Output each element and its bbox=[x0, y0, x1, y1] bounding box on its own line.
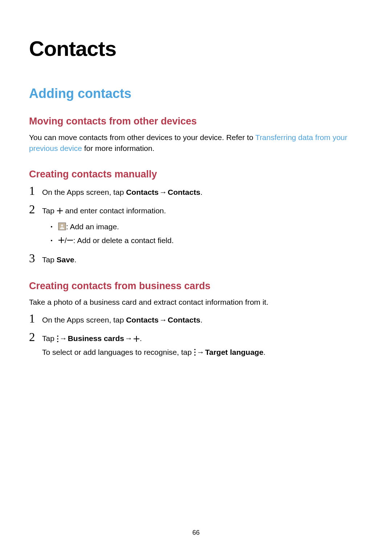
step-3: 3 Tap Save. bbox=[29, 254, 363, 266]
subsection-business-cards: Creating contacts from business cards bbox=[29, 280, 363, 292]
page: Contacts Adding contacts Moving contacts… bbox=[0, 0, 392, 554]
step-number: 1 bbox=[29, 313, 42, 325]
bullet-item: / : Add or delete a contact field. bbox=[51, 234, 363, 247]
more-options-icon bbox=[194, 349, 196, 356]
bold-text: Contacts bbox=[126, 316, 159, 324]
section-heading: Adding contacts bbox=[29, 86, 363, 101]
step-line: Tap → Business cards → . bbox=[42, 333, 363, 344]
bold-text: Contacts bbox=[168, 188, 200, 196]
arrow: → bbox=[197, 346, 204, 358]
text: . bbox=[140, 334, 142, 342]
business-card-paragraph: Take a photo of a business card and extr… bbox=[29, 297, 363, 308]
text: Tap bbox=[42, 255, 57, 264]
step-body: On the Apps screen, tap Contacts → Conta… bbox=[42, 186, 363, 198]
arrow: → bbox=[125, 333, 132, 344]
text: You can move contacts from other devices… bbox=[29, 133, 255, 141]
step-number: 2 bbox=[29, 204, 42, 216]
bold-text: Business cards bbox=[68, 334, 124, 342]
text: On the Apps screen, tap bbox=[42, 188, 126, 196]
portrait-icon bbox=[58, 222, 66, 230]
subsection-manual: Creating contacts manually bbox=[29, 169, 363, 180]
bold-text: Contacts bbox=[126, 188, 159, 196]
bullet-dot-icon bbox=[51, 240, 52, 241]
text: : Add an image. bbox=[66, 220, 119, 234]
step-line: To select or add languages to recognise,… bbox=[42, 346, 363, 358]
arrow: → bbox=[159, 314, 167, 326]
step-2-b: 2 Tap → Business cards → . To select or … bbox=[29, 333, 363, 358]
plus-icon bbox=[57, 208, 63, 214]
text: and enter contact information. bbox=[63, 206, 166, 215]
minus-icon bbox=[67, 237, 73, 243]
step-2: 2 Tap and enter contact information. : A… bbox=[29, 205, 363, 247]
moving-paragraph: You can move contacts from other devices… bbox=[29, 132, 363, 154]
step-number: 1 bbox=[29, 185, 42, 197]
step-body: Tap → Business cards → . To select or ad… bbox=[42, 333, 363, 358]
bold-text: Target language bbox=[205, 348, 264, 356]
svg-point-1 bbox=[61, 225, 63, 227]
text: Tap bbox=[42, 334, 57, 342]
text: On the Apps screen, tap bbox=[42, 316, 126, 324]
arrow: → bbox=[159, 186, 167, 198]
page-number: 66 bbox=[0, 529, 392, 537]
svg-rect-7 bbox=[194, 354, 195, 356]
text: To select or add languages to recognise,… bbox=[42, 348, 194, 356]
step-number: 3 bbox=[29, 253, 42, 264]
bullet-list: : Add an image. / : Add or delete a cont… bbox=[42, 220, 363, 247]
text: . bbox=[264, 348, 266, 356]
text: : Add or delete a contact field. bbox=[73, 234, 174, 247]
svg-rect-2 bbox=[57, 336, 58, 337]
bullet-dot-icon bbox=[51, 226, 52, 227]
svg-rect-3 bbox=[57, 338, 58, 339]
text: . bbox=[200, 316, 203, 324]
step-body: On the Apps screen, tap Contacts → Conta… bbox=[42, 314, 363, 326]
arrow: → bbox=[60, 333, 67, 344]
step-body: Tap and enter contact information. : Add… bbox=[42, 205, 363, 247]
plus-icon bbox=[133, 336, 140, 342]
text: for more information. bbox=[82, 144, 155, 152]
bullet-item: : Add an image. bbox=[51, 220, 363, 234]
bold-text: Contacts bbox=[168, 316, 200, 324]
subsection-moving: Moving contacts from other devices bbox=[29, 116, 363, 127]
text: . bbox=[74, 255, 77, 264]
step-1-b: 1 On the Apps screen, tap Contacts → Con… bbox=[29, 314, 363, 326]
step-body: Tap Save. bbox=[42, 254, 363, 266]
step-1: 1 On the Apps screen, tap Contacts → Con… bbox=[29, 186, 363, 198]
text: . bbox=[200, 188, 203, 196]
step-number: 2 bbox=[29, 331, 42, 343]
svg-rect-4 bbox=[57, 341, 58, 342]
plus-icon bbox=[58, 237, 65, 243]
text: Tap bbox=[42, 206, 57, 215]
page-title: Contacts bbox=[29, 36, 363, 61]
bold-text: Save bbox=[57, 255, 74, 264]
svg-rect-5 bbox=[194, 349, 195, 350]
more-options-icon bbox=[57, 335, 59, 342]
svg-rect-6 bbox=[194, 352, 195, 353]
